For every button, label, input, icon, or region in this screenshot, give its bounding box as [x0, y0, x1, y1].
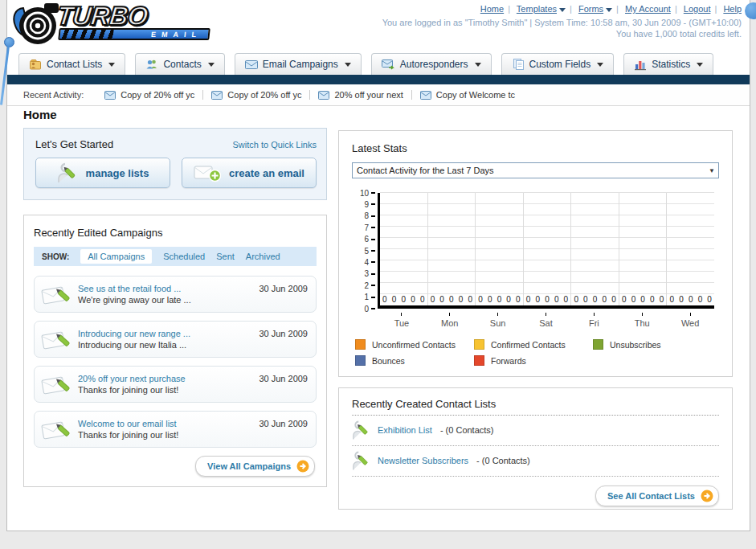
link-help[interactable]: Help	[723, 4, 742, 14]
bar-value-label: 0	[431, 296, 435, 304]
y-axis-tick: 4	[364, 258, 375, 266]
bar-value-label: 0	[670, 296, 675, 304]
bar-value-label: 0	[698, 296, 703, 304]
nav-tab-statistics[interactable]: Statistics	[623, 53, 713, 75]
link-home[interactable]: Home	[480, 4, 504, 14]
get-started-panel: Let's Get Started Switch to Quick Links …	[23, 128, 327, 200]
envelope-icon	[318, 91, 329, 100]
contact-lists-title: Recently Created Contact Lists	[352, 398, 719, 416]
campaign-row[interactable]: Welcome to our email list Thanks for joi…	[34, 411, 317, 448]
stats-period-value: Contact Activity for the Last 7 Days	[357, 166, 494, 175]
nav-tab-contact-lists[interactable]: Contact Lists	[18, 53, 125, 75]
recent-activity-item[interactable]: Copy of Welcome tc	[412, 90, 523, 100]
envelope-pencil-icon	[41, 327, 72, 351]
autoresponders-icon	[382, 59, 395, 70]
campaign-filter-bar: SHOW: All Campaigns Scheduled Sent Archi…	[34, 247, 317, 266]
person-pencil-icon	[352, 450, 370, 471]
x-axis-label: Thu	[618, 312, 666, 333]
filter-sent[interactable]: Sent	[216, 252, 235, 261]
x-axis-label: Sun	[474, 312, 522, 333]
chart-day-group: 00000	[380, 193, 427, 305]
campaign-subtitle: Introducing our new Italia ...	[78, 340, 309, 350]
contact-list-count: - (0 Contacts)	[440, 425, 494, 435]
view-all-campaigns-button[interactable]: View All Campaigns	[195, 456, 315, 477]
campaign-subtitle: Thanks for joining our list!	[78, 385, 309, 395]
campaign-row[interactable]: Introducing our new range ... Introducin…	[34, 321, 317, 358]
templates-dropdown-icon[interactable]	[559, 8, 566, 12]
latest-stats-panel: Latest Stats Contact Activity for the La…	[338, 130, 733, 377]
app-logo[interactable]: TURBO EMAIL	[12, 2, 210, 48]
arrow-right-circle-icon	[296, 460, 309, 473]
see-all-contact-lists-button[interactable]: See All Contact Lists	[595, 485, 719, 506]
logo-text: TURBO EMAIL	[57, 2, 210, 40]
recent-activity-item[interactable]: Copy of 20% off yc	[203, 90, 310, 100]
chart-day-group: 00000	[523, 193, 571, 305]
filter-scheduled[interactable]: Scheduled	[163, 252, 205, 261]
nav-tab-contacts[interactable]: Contacts	[135, 53, 224, 75]
recent-activity-item[interactable]: Copy of 20% off yc	[96, 90, 203, 100]
chart-y-axis: 012345678910	[352, 193, 378, 309]
legend-item: Unconfirmed Contacts	[355, 339, 474, 350]
recently-created-contact-lists-panel: Recently Created Contact Lists Exhibitio…	[338, 387, 733, 510]
switch-to-quick-links[interactable]: Switch to Quick Links	[232, 140, 317, 150]
brand-name: TURBO	[55, 2, 149, 31]
link-forms[interactable]: Forms	[578, 4, 603, 14]
bar-value-label: 0	[382, 296, 387, 304]
bar-value-label: 0	[488, 296, 492, 304]
get-started-title: Let's Get Started	[35, 138, 113, 150]
campaign-row[interactable]: 20% off your next purchase Thanks for jo…	[34, 366, 317, 403]
chart-day-group: 00000	[570, 193, 619, 305]
legend-item: Forwards	[474, 355, 593, 366]
contact-list-row[interactable]: Newsletter Subscribers - (0 Contacts)	[352, 446, 719, 477]
nav-tab-autoresponders[interactable]: Autoresponders	[371, 53, 492, 75]
legend-item: Bounces	[355, 355, 474, 366]
legend-label: Forwards	[491, 356, 526, 366]
bar-value-label: 0	[401, 296, 406, 304]
bar-value-label: 0	[564, 296, 569, 304]
main-content: Home Let's Get Started Switch to Quick L…	[7, 106, 750, 531]
chevron-down-icon	[108, 63, 115, 67]
chart-day-group: 00000	[666, 193, 714, 305]
nav-tab-custom-fields[interactable]: Custom Fields	[501, 53, 615, 75]
envelope-pencil-icon	[41, 417, 72, 441]
link-templates[interactable]: Templates	[517, 4, 557, 14]
legend-label: Bounces	[372, 356, 405, 366]
y-axis-tick: 2	[364, 281, 375, 289]
manage-lists-button[interactable]: manage lists	[35, 158, 170, 188]
bar-value-label: 0	[650, 296, 655, 304]
content-frame: TURBO EMAIL Home| Templates| Forms| My A…	[6, 0, 750, 531]
stats-period-dropdown[interactable]: Contact Activity for the Last 7 Days ▼	[352, 162, 719, 178]
legend-label: Unsubscribes	[610, 340, 661, 350]
y-axis-tick: 10	[360, 189, 375, 197]
filter-all-campaigns[interactable]: All Campaigns	[80, 249, 152, 264]
recent-activity-bar: Recent Activity: Copy of 20% off yc Copy…	[7, 84, 750, 106]
email-campaigns-icon	[245, 59, 258, 70]
contact-list-link[interactable]: Exhibition List	[378, 425, 432, 435]
recent-activity-item[interactable]: 20% off your next	[310, 90, 411, 100]
contact-list-link[interactable]: Newsletter Subscribers	[378, 456, 468, 465]
top-links: Home| Templates| Forms| My Account| Logo…	[382, 4, 742, 14]
legend-swatch	[474, 339, 484, 350]
campaigns-title: Recently Edited Campaigns	[34, 227, 317, 239]
nav-tab-email-campaigns[interactable]: Email Campaigns	[235, 53, 362, 75]
navy-divider-bar	[7, 75, 750, 84]
link-my-account[interactable]: My Account	[625, 4, 671, 14]
contact-list-row[interactable]: Exhibition List - (0 Contacts)	[352, 416, 719, 446]
recently-edited-campaigns-panel: Recently Edited Campaigns SHOW: All Camp…	[23, 215, 327, 487]
bar-value-label: 0	[392, 296, 397, 304]
y-axis-tick: 0	[364, 305, 375, 313]
create-email-button[interactable]: create an email	[182, 158, 317, 188]
forms-dropdown-icon[interactable]	[606, 8, 612, 12]
bar-value-label: 0	[497, 296, 502, 304]
campaign-date: 30 Jun 2009	[259, 374, 308, 383]
campaign-subtitle: We're giving away our late ...	[78, 295, 309, 305]
page-title: Home	[23, 108, 57, 121]
filter-archived[interactable]: Archived	[246, 252, 280, 261]
brand-stripes	[58, 30, 113, 39]
y-axis-tick: 3	[364, 270, 375, 278]
envelope-plus-icon	[194, 163, 221, 182]
link-logout[interactable]: Logout	[684, 4, 711, 14]
bar-value-label: 0	[622, 296, 627, 304]
y-axis-tick: 1	[364, 293, 375, 301]
campaign-row[interactable]: See us at the retail food ... We're givi…	[34, 276, 317, 313]
